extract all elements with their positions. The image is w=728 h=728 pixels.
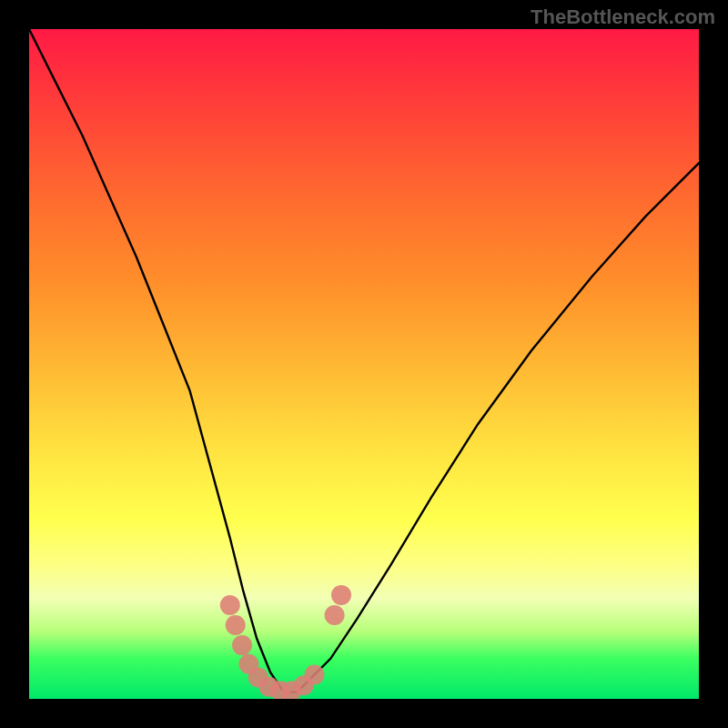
highlight-markers (220, 585, 351, 699)
marker-point (325, 605, 345, 625)
marker-point (226, 615, 246, 635)
watermark-text: TheBottleneck.com (531, 5, 715, 29)
chart-svg (29, 29, 699, 699)
curve-left (29, 29, 284, 693)
marker-point (232, 635, 252, 655)
marker-point (305, 665, 325, 685)
chart-frame: TheBottleneck.com (0, 0, 728, 728)
curve-right (284, 163, 699, 692)
marker-point (220, 595, 240, 615)
plot-area (29, 29, 699, 699)
marker-point (331, 585, 351, 605)
